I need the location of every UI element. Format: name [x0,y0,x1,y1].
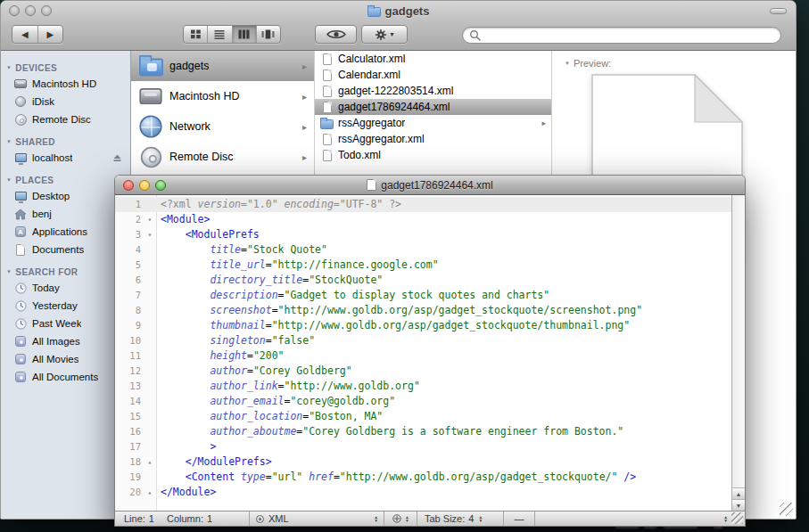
language-popup[interactable]: XML ▴▾ [250,512,384,526]
forward-button[interactable]: ▶ [37,26,63,43]
code-line-17[interactable]: 17 > [115,439,731,454]
editor-window-title: gadget1786924464.xml [367,179,492,192]
search-input[interactable] [484,29,780,42]
sidebar-item-yesterday[interactable]: Yesterday [1,297,130,315]
sidebar-item-all-movies[interactable]: All Movies [1,350,130,368]
disclosure-triangle-icon[interactable]: ▼ [565,61,570,66]
editor-resize-grip[interactable] [731,512,743,524]
editor-titlebar[interactable]: gadget1786924464.xml [115,176,745,195]
sidebar-item-past-week[interactable]: Past Week [1,315,130,332]
sidebar-item-macintosh-hd[interactable]: Macintosh HD [1,75,130,93]
sidebar-section-shared[interactable]: ▼SHARED [1,135,130,149]
icon-view-button[interactable] [184,26,207,43]
coverflow-view-button[interactable] [256,26,280,43]
code-line-5[interactable]: 5 title_url="http://finance.google.com" [115,258,731,273]
editor-scrollbar[interactable]: ▲ ▼ [731,195,745,511]
file-row-gadget1786924464-xml[interactable]: gadget1786924464.xml [315,99,551,115]
sidebar-section-places[interactable]: ▼PLACES [1,173,130,187]
back-button[interactable]: ◀ [12,26,37,43]
code-editor[interactable]: 1<?xml version="1.0" encoding="UTF-8" ?>… [115,195,731,511]
fold-gutter [144,394,156,409]
sidebar-item-idisk[interactable]: iDisk [1,93,130,110]
sidebar-item-all-images[interactable]: All Images [1,332,130,350]
bundle-items-popup[interactable]: ▴▾ [384,512,417,526]
code-line-13[interactable]: 13 author_link="http://www.goldb.org" [115,379,731,394]
code-line-18[interactable]: 18▴ </ModulePrefs> [115,454,731,470]
code-line-19[interactable]: 19 <Content type="url" href="http://www.… [115,470,731,485]
close-button[interactable] [9,5,20,16]
applications-icon: A [13,225,28,239]
scroll-down-button[interactable]: ▼ [732,499,745,511]
code-line-14[interactable]: 14 author_email="corey@goldb.org" [115,394,731,409]
scroll-up-button[interactable]: ▲ [732,487,745,499]
tab-size-value: 4 [468,513,474,524]
action-menu-button[interactable]: ▾ [361,25,408,44]
columns-icon [238,29,250,39]
line-number: 20 [115,485,144,500]
finder-titlebar[interactable]: gadgets [1,1,796,20]
search-icon [469,29,481,41]
code-line-4[interactable]: 4 title="Stock Quote" [115,242,731,258]
code-line-8[interactable]: 8 screenshot="http://www.goldb.org/asp/g… [115,303,731,318]
smart-folder-icon [13,334,28,348]
file-row-gadget-1222803514-xml[interactable]: gadget-1222803514.xml [315,83,551,99]
file-row-gadgets[interactable]: gadgets▸ [131,51,314,81]
column-view-button[interactable] [232,26,256,43]
sidebar-item-all-documents[interactable]: All Documents [1,368,130,386]
zoom-button[interactable] [155,180,166,191]
fold-gutter [144,333,156,348]
file-row-rssaggregator[interactable]: rssAggregator▸ [315,115,551,131]
fold-close-icon[interactable]: ▴ [144,454,156,470]
tab-size-label: Tab Size: [425,513,465,524]
finder-resize-grip[interactable] [780,503,793,516]
code-line-1[interactable]: 1<?xml version="1.0" encoding="UTF-8" ?> [115,197,731,212]
file-row-macintosh-hd[interactable]: Macintosh HD▸ [131,81,314,111]
code-line-16[interactable]: 16 author_aboutme="Corey Goldberg is a s… [115,424,731,439]
file-row-remote-disc[interactable]: Remote Disc▸ [131,142,314,172]
code-line-10[interactable]: 10 singleton="false" [115,333,731,348]
sidebar-item-localhost[interactable]: localhost [1,149,130,167]
code-line-7[interactable]: 7 description="Gadget to display stock q… [115,288,731,303]
code-line-15[interactable]: 15 author_location="Boston, MA" [115,409,731,424]
sidebar-item-desktop[interactable]: Desktop [1,187,130,205]
code-line-3[interactable]: 3▾ <ModulePrefs [115,227,731,242]
file-row-todo-xml[interactable]: Todo.xml [315,147,551,163]
sidebar-section-search-for[interactable]: ▼SEARCH FOR [1,265,130,279]
finder-title-text: gadgets [385,4,430,18]
tab-size-popup[interactable]: Tab Size: 4 ▴▾ [417,512,503,526]
file-row-calculator-xml[interactable]: Calculator.xml [315,51,551,67]
sidebar-item-today[interactable]: Today [1,279,130,297]
minimize-button[interactable] [139,180,150,191]
code-line-9[interactable]: 9 thumbnail="http://www.goldb.org/asp/ga… [115,318,731,333]
sidebar-item-benj[interactable]: benj [1,205,130,223]
search-field[interactable] [462,27,781,44]
soft-wrap-indicator[interactable]: — [504,512,534,526]
file-row-rssaggregator-xml[interactable]: rssAggregator.xml [315,131,551,147]
popup-arrows-icon: ▴▾ [375,515,377,523]
code-line-12[interactable]: 12 author="Corey Goldberg" [115,364,731,379]
toolbar-toggle-button[interactable] [770,8,787,14]
zoom-button[interactable] [41,5,52,16]
fold-open-icon[interactable]: ▾ [144,227,156,242]
sidebar-item-applications[interactable]: AApplications [1,223,130,241]
sidebar-item-label: iDisk [32,96,54,107]
fold-close-icon[interactable]: ▴ [144,485,156,500]
quick-look-button[interactable] [315,25,357,44]
code-line-11[interactable]: 11 height="200" [115,348,731,364]
file-row-network[interactable]: Network▸ [131,111,314,142]
file-row-calendar-xml[interactable]: Calendar.xml [315,67,551,83]
file-name: Network [169,120,211,133]
close-button[interactable] [123,180,134,191]
code-line-2[interactable]: 2▾<Module> [115,212,731,227]
sidebar-section-devices[interactable]: ▼DEVICES [1,61,130,75]
disclosure-triangle-icon: ▼ [6,177,12,183]
sidebar-item-remote-disc[interactable]: Remote Disc [1,110,130,128]
eject-icon[interactable] [113,154,121,162]
minimize-button[interactable] [25,5,36,16]
fold-open-icon[interactable]: ▾ [144,212,156,227]
sidebar-item-documents[interactable]: Documents [1,241,130,258]
code-line-6[interactable]: 6 directory_title="StockQuote" [115,273,731,288]
list-view-button[interactable] [207,26,231,43]
code-line-20[interactable]: 20▴</Module> [115,485,731,500]
coverflow-icon [261,29,275,39]
